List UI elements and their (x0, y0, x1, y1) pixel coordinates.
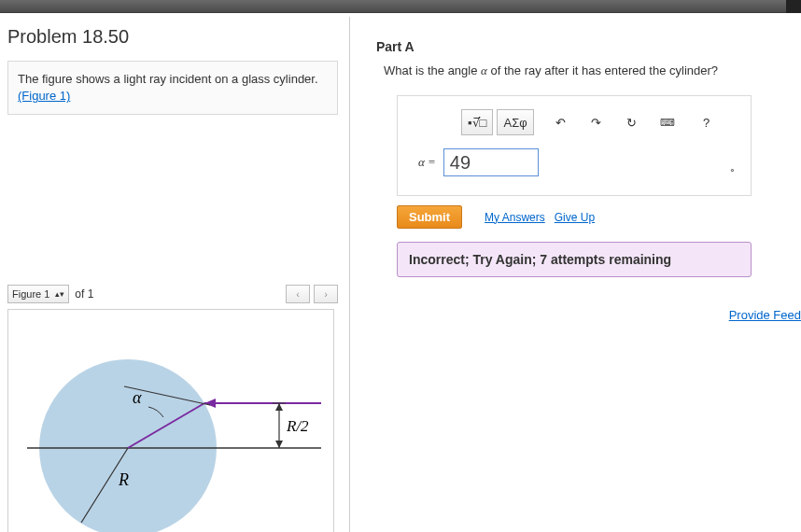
figure-link[interactable]: (Figure 1) (18, 89, 70, 103)
redo-icon: ↷ (591, 116, 601, 130)
unit-label: ∘ (729, 164, 736, 176)
figure-of-label: of 1 (75, 287, 93, 301)
answer-panel: ▪√̅□ ΑΣφ ↶ ↷ ↻ ⌨ ? α = ∘ (397, 95, 752, 196)
keyboard-icon: ⌨ (660, 117, 675, 129)
answer-variable-label: α = (418, 155, 436, 170)
prompt-text: The figure shows a light ray incident on… (18, 72, 318, 86)
figure-canvas: α R R/2 (7, 309, 334, 532)
redo-button[interactable]: ↷ (581, 109, 612, 135)
r2-label: R/2 (286, 417, 309, 435)
greek-icon: ΑΣφ (503, 116, 527, 130)
problem-prompt: The figure shows a light ray incident on… (7, 61, 338, 115)
reset-button[interactable]: ↻ (616, 109, 648, 135)
keyboard-button[interactable]: ⌨ (652, 109, 683, 135)
figure-next-button[interactable]: › (314, 285, 338, 303)
topbar-corner-icon (786, 0, 801, 13)
question-prefix: What is the angle (384, 63, 481, 77)
cylinder-circle (39, 359, 217, 532)
my-answers-link[interactable]: My Answers (485, 211, 545, 224)
figure-area: Figure 1 ▴▾ of 1 ‹ › (7, 285, 338, 532)
undo-icon: ↶ (555, 116, 566, 130)
greek-button[interactable]: ΑΣφ (497, 109, 533, 135)
templates-button[interactable]: ▪√̅□ (461, 109, 493, 135)
question-text: What is the angle α of the ray after it … (384, 63, 801, 78)
question-suffix: of the ray after it has entered the cyli… (487, 63, 718, 77)
figure-prev-button[interactable]: ‹ (286, 285, 310, 303)
figure-selector[interactable]: Figure 1 ▴▾ (7, 285, 69, 303)
undo-button[interactable]: ↶ (545, 109, 577, 135)
problem-title: Problem 18.50 (7, 26, 338, 48)
r2-arrow-up-icon (275, 403, 283, 411)
equation-toolbar: ▪√̅□ ΑΣφ ↶ ↷ ↻ ⌨ ? (461, 109, 738, 135)
dropdown-icon: ▴▾ (55, 289, 64, 299)
help-button[interactable]: ? (691, 109, 723, 135)
question-variable: α (481, 63, 487, 77)
figure-selector-label: Figure 1 (12, 288, 49, 300)
give-up-link[interactable]: Give Up (555, 211, 595, 224)
reset-icon: ↻ (626, 116, 637, 130)
top-bar (0, 0, 801, 13)
provide-feedback-link[interactable]: Provide Feed (729, 308, 801, 322)
r2-arrow-down-icon (275, 441, 283, 448)
templates-icon: ▪√̅□ (468, 116, 486, 130)
r-label: R (118, 470, 129, 489)
feedback-message: Incorrect; Try Again; 7 attempts remaini… (397, 242, 752, 277)
answer-input[interactable] (443, 148, 539, 176)
submit-button[interactable]: Submit (397, 205, 462, 229)
alpha-label: α (133, 388, 142, 407)
help-icon: ? (703, 116, 710, 130)
part-label: Part A (376, 39, 801, 54)
